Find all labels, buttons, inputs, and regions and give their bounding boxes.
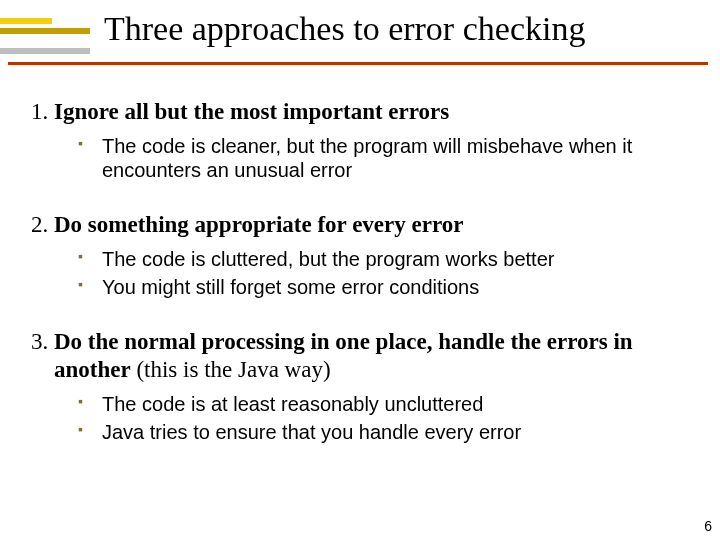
stripe-icon (0, 18, 52, 24)
item-head-paren: (this is the Java way) (131, 357, 331, 382)
main-list: Ignore all but the most important errors… (54, 98, 690, 445)
item-head-text: Ignore all but the most important errors (54, 99, 449, 124)
slide-title: Three approaches to error checking (104, 10, 585, 48)
slide-body: Ignore all but the most important errors… (0, 78, 720, 445)
list-item: Ignore all but the most important errors… (54, 98, 690, 183)
sub-list: The code is at least reasonably unclutte… (78, 392, 690, 445)
sub-item: The code is cleaner, but the program wil… (78, 134, 690, 183)
sub-list: The code is cluttered, but the program w… (78, 247, 690, 300)
stripe-icon (0, 48, 90, 54)
decorative-stripes (0, 18, 90, 58)
slide: Three approaches to error checking Ignor… (0, 0, 720, 540)
sub-item: You might still forget some error condit… (78, 275, 690, 299)
stripe-icon (0, 28, 90, 34)
title-underline (8, 62, 708, 65)
list-item: Do something appropriate for every error… (54, 211, 690, 300)
sub-item: The code is cluttered, but the program w… (78, 247, 690, 271)
title-block: Three approaches to error checking (0, 0, 720, 78)
sub-item: The code is at least reasonably unclutte… (78, 392, 690, 416)
sub-list: The code is cleaner, but the program wil… (78, 134, 690, 183)
item-heading: Do something appropriate for every error (54, 212, 463, 237)
page-number: 6 (704, 518, 712, 534)
item-heading: Ignore all but the most important errors (54, 99, 449, 124)
sub-item: Java tries to ensure that you handle eve… (78, 420, 690, 444)
item-heading: Do the normal processing in one place, h… (54, 329, 633, 382)
item-head-text: Do something appropriate for every error (54, 212, 463, 237)
list-item: Do the normal processing in one place, h… (54, 328, 690, 445)
